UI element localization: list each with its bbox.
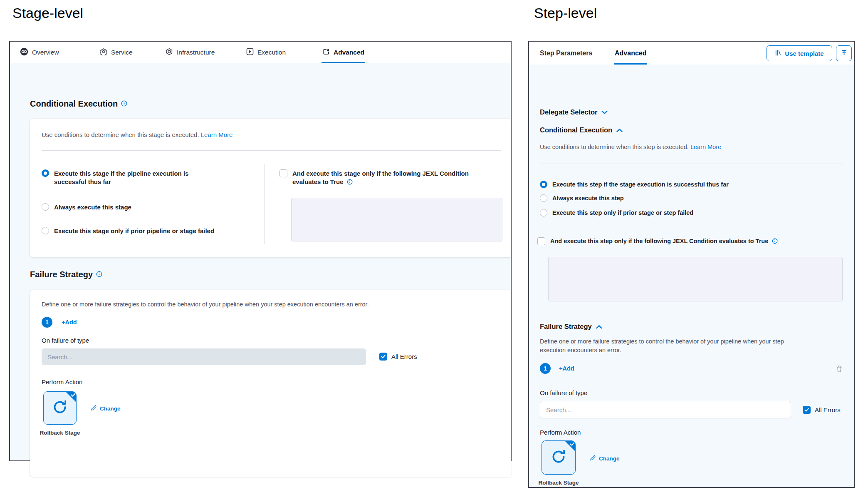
rollback-stage-label: Rollback Stage bbox=[35, 429, 85, 437]
column-divider bbox=[264, 164, 265, 244]
learn-more-link[interactable]: Learn More bbox=[690, 144, 721, 150]
info-icon[interactable] bbox=[347, 179, 353, 185]
info-icon[interactable] bbox=[772, 238, 778, 244]
jexl-checkbox[interactable] bbox=[537, 237, 545, 245]
rollback-stage-label: Rollback Stage bbox=[534, 479, 584, 487]
overview-icon bbox=[20, 47, 28, 57]
tab-step-parameters[interactable]: Step Parameters bbox=[540, 42, 592, 65]
save-as-template-button[interactable] bbox=[836, 45, 852, 61]
gear-icon bbox=[100, 48, 107, 57]
failure-type-search-input[interactable] bbox=[540, 401, 791, 418]
add-strategy-button[interactable]: +Add bbox=[62, 319, 77, 326]
description-text: Use conditions to determine when this st… bbox=[42, 131, 199, 138]
all-errors-checkbox-row[interactable]: All Errors bbox=[803, 406, 841, 414]
radio-unselected[interactable] bbox=[540, 209, 547, 216]
jexl-condition-input[interactable] bbox=[291, 198, 502, 241]
tab-advanced[interactable]: Advanced bbox=[615, 42, 646, 65]
jexl-checkbox-row[interactable]: And execute this step only if the follow… bbox=[537, 237, 845, 246]
delete-strategy-icon[interactable] bbox=[836, 365, 843, 374]
info-icon[interactable] bbox=[121, 99, 127, 109]
radio-execute-if-successful[interactable]: Execute this stage if the pipeline execu… bbox=[42, 169, 200, 187]
tab-label: Infrastructure bbox=[177, 49, 215, 56]
chevron-up-icon bbox=[616, 128, 623, 132]
radio-execute-if-successful[interactable]: Execute this step if the stage execution… bbox=[540, 181, 831, 189]
learn-more-link[interactable]: Learn More bbox=[201, 131, 233, 138]
stage-tabbar: Overview Service Infrastructure Executio… bbox=[10, 42, 511, 64]
play-icon bbox=[246, 48, 254, 57]
jexl-condition-input[interactable] bbox=[548, 257, 843, 301]
all-errors-checkbox[interactable] bbox=[803, 406, 811, 414]
tab-advanced[interactable]: Advanced bbox=[322, 42, 364, 63]
all-errors-label: All Errors bbox=[815, 406, 841, 413]
radio-unselected[interactable] bbox=[540, 194, 547, 202]
radio-selected[interactable] bbox=[42, 169, 49, 177]
delegate-selector-heading[interactable]: Delegate Selector bbox=[540, 108, 608, 116]
change-label: Change bbox=[599, 455, 620, 462]
radio-unselected[interactable] bbox=[42, 227, 49, 234]
jexl-label-text: And execute this stage only if the follo… bbox=[292, 170, 469, 185]
selected-check-corner bbox=[65, 391, 77, 404]
hexagon-icon bbox=[166, 48, 173, 57]
strategy-list-row: 1 +Add bbox=[540, 363, 574, 374]
rollback-stage-tile[interactable] bbox=[43, 391, 77, 425]
advanced-icon bbox=[322, 48, 330, 57]
change-action-link[interactable]: Change bbox=[91, 405, 121, 412]
radio-execute-if-failed[interactable]: Execute this stage only if prior pipelin… bbox=[42, 227, 237, 235]
failure-strategy-heading[interactable]: Failure Strategy bbox=[540, 323, 602, 331]
radio-execute-if-failed[interactable]: Execute this step only if prior stage or… bbox=[540, 209, 831, 217]
tab-label: Overview bbox=[32, 49, 59, 56]
strategy-list-row: 1 +Add bbox=[42, 317, 77, 328]
strategy-count-badge[interactable]: 1 bbox=[540, 363, 551, 374]
jexl-label-text: And execute this step only if the follow… bbox=[550, 238, 768, 244]
radio-unselected[interactable] bbox=[42, 203, 49, 211]
conditional-description: Use conditions to determine when this st… bbox=[42, 131, 232, 138]
divider bbox=[42, 150, 501, 151]
radio-label: Execute this stage only if prior pipelin… bbox=[54, 227, 214, 235]
tab-label: Execution bbox=[257, 49, 286, 56]
jexl-label: And execute this stage only if the follo… bbox=[292, 169, 471, 187]
failure-strategy-card: Define one or more failure strategies to… bbox=[30, 290, 511, 477]
tab-infrastructure[interactable]: Infrastructure bbox=[166, 42, 215, 63]
info-icon[interactable] bbox=[96, 270, 102, 279]
add-strategy-button[interactable]: +Add bbox=[559, 365, 574, 372]
use-template-button[interactable]: Use template bbox=[767, 45, 832, 61]
radio-label: Execute this stage if the pipeline execu… bbox=[54, 169, 200, 187]
tab-label: Advanced bbox=[334, 49, 364, 56]
tab-label: Service bbox=[111, 49, 133, 56]
divider bbox=[540, 164, 843, 164]
tab-service[interactable]: Service bbox=[100, 42, 133, 63]
use-template-label: Use template bbox=[785, 50, 823, 57]
radio-always-execute[interactable]: Always execute this step bbox=[540, 194, 831, 203]
jexl-checkbox[interactable] bbox=[279, 169, 287, 177]
radio-selected[interactable] bbox=[540, 181, 547, 188]
conditional-execution-heading: Conditional Execution bbox=[30, 99, 127, 109]
all-errors-checkbox-row[interactable]: All Errors bbox=[379, 353, 417, 361]
pencil-icon bbox=[91, 405, 97, 412]
chevron-down-icon bbox=[601, 110, 608, 114]
tab-execution[interactable]: Execution bbox=[246, 42, 286, 63]
radio-always-execute[interactable]: Always execute this stage bbox=[42, 203, 216, 211]
failure-description: Define one or more failure strategies to… bbox=[42, 301, 369, 308]
heading-text: Failure Strategy bbox=[540, 323, 592, 331]
rollback-stage-tile[interactable] bbox=[542, 440, 576, 475]
template-library-icon bbox=[775, 50, 781, 57]
jexl-checkbox-row[interactable]: And execute this stage only if the follo… bbox=[279, 169, 479, 187]
conditional-description: Use conditions to determine when this st… bbox=[540, 143, 721, 152]
change-label: Change bbox=[100, 405, 121, 412]
radio-label: Execute this step only if prior stage or… bbox=[552, 209, 693, 217]
step-level-title: Step-level bbox=[534, 5, 597, 21]
failure-type-search-input[interactable] bbox=[42, 348, 366, 365]
conditional-execution-heading[interactable]: Conditional Execution bbox=[540, 126, 623, 134]
heading-text: Failure Strategy bbox=[30, 270, 93, 279]
chevron-up-icon bbox=[596, 325, 602, 329]
page: Stage-level Overview Service Infrastruct… bbox=[0, 0, 868, 495]
stage-level-title: Stage-level bbox=[12, 5, 83, 21]
all-errors-checkbox[interactable] bbox=[379, 353, 387, 361]
pencil-icon bbox=[590, 455, 596, 462]
failure-strategy-heading: Failure Strategy bbox=[30, 270, 102, 279]
upload-arrow-icon bbox=[841, 49, 848, 57]
failure-description: Define one or more failure strategies to… bbox=[540, 337, 806, 355]
change-action-link[interactable]: Change bbox=[590, 455, 620, 462]
strategy-count-badge[interactable]: 1 bbox=[42, 317, 52, 328]
tab-overview[interactable]: Overview bbox=[20, 42, 59, 63]
